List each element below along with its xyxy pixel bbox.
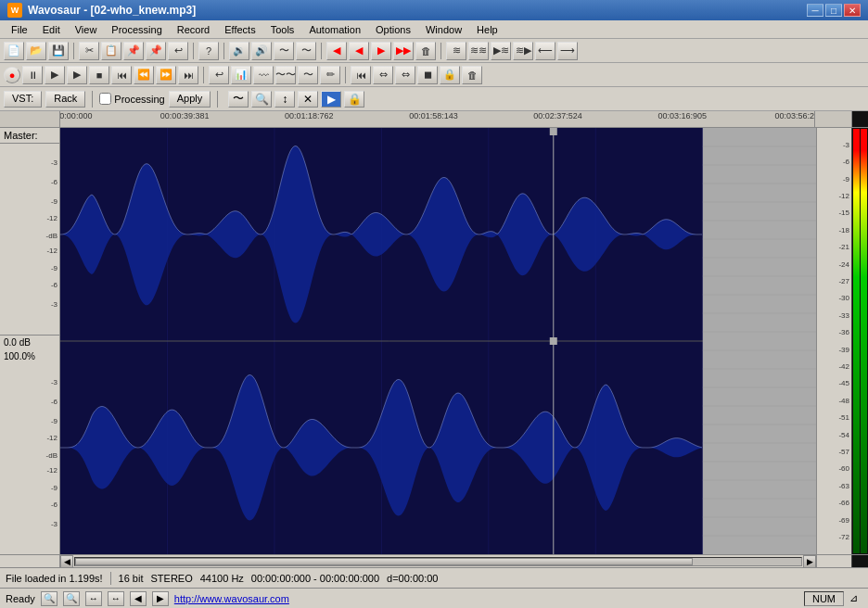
tb-fx6[interactable]: ⟶	[557, 42, 578, 60]
tb-snap[interactable]: ◼	[417, 66, 438, 84]
sel-right-button[interactable]: ▶	[152, 591, 169, 606]
undo2-button[interactable]: ↩	[209, 66, 229, 84]
cursor-btn[interactable]: ↕	[274, 91, 295, 108]
menu-window[interactable]: Window	[418, 22, 469, 37]
waveform-display[interactable]	[60, 128, 816, 554]
rack-button[interactable]: Rack	[45, 91, 85, 108]
tb-fft[interactable]: 〰	[253, 66, 274, 84]
tb-loop2[interactable]: ⇔	[373, 66, 393, 84]
save-button[interactable]: 💾	[48, 42, 69, 60]
scrollbar-vu-pad	[851, 555, 868, 567]
rew-button[interactable]: ⏪	[134, 66, 154, 84]
level-ruler-2: -3 -6 -9 -12 -dB -12 -9 -6 -3	[0, 363, 59, 554]
tb-btn-a[interactable]: ?	[198, 42, 219, 60]
processing-checkbox[interactable]	[99, 93, 111, 105]
play-icon-btn[interactable]: ▶	[321, 91, 341, 108]
channels: STEREO	[151, 573, 193, 584]
end-button[interactable]: ⏭	[178, 66, 198, 84]
cut-button[interactable]: ✂	[79, 42, 99, 60]
scroll-right-button[interactable]: ▶	[803, 555, 816, 568]
stop-button[interactable]: ■	[89, 66, 109, 84]
left-info-panel: Master: -3 -6 -9 -12 -dB -12 -9 -6 -3 0.…	[0, 128, 60, 554]
menu-options[interactable]: Options	[368, 22, 418, 37]
zoom-sel-button[interactable]: ↔	[108, 591, 124, 606]
tb-fx1[interactable]: ≋	[446, 42, 466, 60]
ruler-neg9-bot: -9	[51, 264, 57, 272]
vst-button[interactable]: VST:	[4, 91, 42, 108]
tb-red2[interactable]: ◀	[349, 42, 369, 60]
play2-button[interactable]: ▶	[67, 66, 87, 84]
scrollbar-thumb[interactable]	[75, 558, 693, 565]
percent-readout: 100.0%	[0, 349, 59, 363]
scrollbar-track[interactable]	[74, 557, 802, 566]
lock-icon-btn[interactable]: 🔒	[344, 91, 364, 108]
zoom-fit-button[interactable]: ↔	[85, 591, 102, 606]
open-button[interactable]: 📂	[26, 42, 46, 60]
menu-edit[interactable]: Edit	[35, 22, 68, 37]
tb-red1[interactable]: ◀	[326, 42, 347, 60]
new-button[interactable]: 📄	[4, 42, 24, 60]
master-header: Master:	[0, 128, 59, 144]
record-button[interactable]: ●	[4, 67, 20, 83]
time-1: 00:00:39:381	[160, 111, 210, 120]
tb-wave4[interactable]: 〜	[298, 66, 318, 84]
timeline-ruler: 00:00:00:000 00:00:39:381 00:01:18:762 0…	[60, 111, 814, 127]
copy-button[interactable]: 📋	[101, 42, 121, 60]
tb-fx5[interactable]: ⟵	[535, 42, 555, 60]
back-button[interactable]: ⏮	[111, 66, 132, 84]
tb-del[interactable]: 🗑	[415, 42, 436, 60]
paste2-button[interactable]: 📌	[146, 42, 166, 60]
wave-display-btn[interactable]: 〜	[228, 91, 249, 108]
ruler-neg6-bot: -6	[51, 281, 57, 289]
apply-button[interactable]: Apply	[169, 91, 211, 108]
tb-red3[interactable]: ▶	[371, 42, 391, 60]
menu-help[interactable]: Help	[469, 22, 505, 37]
menu-file[interactable]: File	[4, 22, 35, 37]
menu-record[interactable]: Record	[170, 22, 217, 37]
toolbar-2: ● ⏸ ▶ ▶ ■ ⏮ ⏪ ⏩ ⏭ ↩ 📊 〰 〜〜 〜 ✏ ⏮ ⇔ ⇔ ◼ 🔒…	[0, 63, 868, 87]
tb-lock[interactable]: 🔒	[440, 66, 460, 84]
minimize-button[interactable]: ─	[807, 4, 823, 17]
x-btn[interactable]: ✕	[298, 91, 318, 108]
timeline-vu	[851, 111, 868, 127]
menu-view[interactable]: View	[68, 22, 105, 37]
pause-button[interactable]: ⏸	[22, 66, 43, 84]
tb-wave3[interactable]: 〜〜	[275, 66, 296, 84]
maximize-button[interactable]: □	[825, 4, 842, 17]
vol-up[interactable]: 🔊	[251, 42, 272, 60]
tb-red4[interactable]: ▶▶	[393, 42, 414, 60]
menu-automation[interactable]: Automation	[301, 22, 368, 37]
tb-fx2[interactable]: ≋≋	[468, 42, 489, 60]
menu-tools[interactable]: Tools	[263, 22, 302, 37]
tb-loop3[interactable]: ⇔	[395, 66, 415, 84]
tb-loop1[interactable]: ⏮	[351, 66, 371, 84]
sel-left-button[interactable]: ◀	[130, 591, 147, 606]
scroll-left-button[interactable]: ◀	[60, 555, 73, 568]
undo-button[interactable]: ↩	[168, 42, 188, 60]
tb-wave2[interactable]: 〜	[296, 42, 316, 60]
resize-grip[interactable]: ⊿	[849, 592, 862, 605]
processing-checkbox-label[interactable]: Processing	[99, 93, 164, 105]
ruler-neg3-top: -3	[51, 158, 57, 167]
tb-wave1[interactable]: 〜	[274, 42, 294, 60]
vst-bar: VST: Rack Processing Apply 〜 🔍 ↕ ✕ ▶ 🔒	[0, 87, 868, 111]
zoom-out-button[interactable]: 🔍	[63, 591, 80, 606]
paste-button[interactable]: 📌	[123, 42, 144, 60]
tb-graph[interactable]: 📊	[231, 66, 251, 84]
zoom-in-button[interactable]: 🔍	[41, 591, 57, 606]
tb-pencil[interactable]: ✏	[320, 66, 340, 84]
close-button[interactable]: ✕	[844, 4, 861, 17]
tb-fx3[interactable]: ▶≋	[491, 42, 511, 60]
vol-down[interactable]: 🔉	[229, 42, 249, 60]
tb-fx4[interactable]: ≋▶	[513, 42, 533, 60]
waveform-canvas[interactable]	[60, 128, 816, 554]
fwd-button[interactable]: ⏩	[156, 66, 176, 84]
menu-effects[interactable]: Effects	[217, 22, 262, 37]
window-title: Wavosaur - [02-who_knew.mp3]	[28, 4, 196, 17]
website-link[interactable]: http://www.wavosaur.com	[174, 593, 289, 604]
tb-trash2[interactable]: 🗑	[462, 66, 482, 84]
sample-rate: 44100 Hz	[200, 573, 244, 584]
zoom-btn[interactable]: 🔍	[251, 91, 272, 108]
play-button[interactable]: ▶	[45, 66, 65, 84]
menu-processing[interactable]: Processing	[104, 22, 169, 37]
